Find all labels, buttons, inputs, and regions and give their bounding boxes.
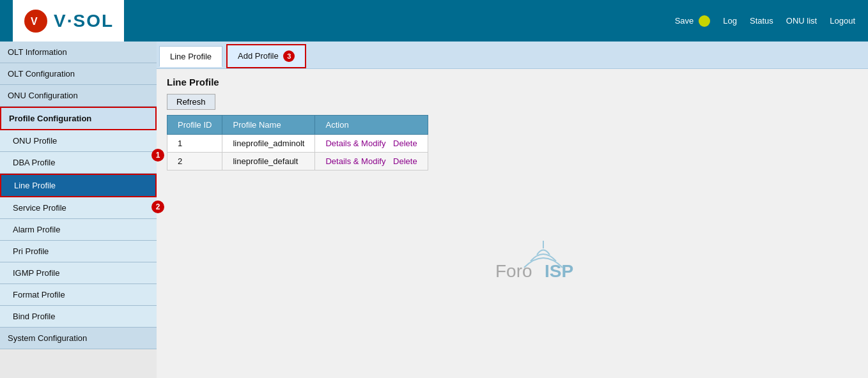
col-action: Action <box>315 116 428 135</box>
svg-text:V: V <box>31 16 38 27</box>
sidebar-item-olt-configuration[interactable]: OLT Configuration <box>0 63 157 85</box>
sidebar-item-pri-profile[interactable]: Pri Profile <box>0 241 157 262</box>
table-row: 2 lineprofile_default Details & Modify D… <box>167 153 428 170</box>
svg-text:Foro: Foro <box>495 261 532 281</box>
svg-text:ISP: ISP <box>545 261 573 281</box>
row1-details-link[interactable]: Details & Modify <box>325 139 385 148</box>
row2-action: Details & Modify Delete <box>315 153 428 170</box>
table-row: 1 lineprofile_adminolt Details & Modify … <box>167 135 428 153</box>
refresh-button[interactable]: Refresh <box>167 94 215 110</box>
main-layout: OLT Information OLT Configuration ONU Co… <box>0 42 868 378</box>
save-area: Save <box>675 15 711 27</box>
sidebar-item-onu-profile[interactable]: ONU Profile <box>0 130 157 152</box>
callout-badge-2: 2 <box>151 200 164 213</box>
sidebar-wrapper: OLT Information OLT Configuration ONU Co… <box>0 42 157 378</box>
col-profile-id: Profile ID <box>167 116 222 135</box>
row1-name: lineprofile_adminolt <box>222 135 315 153</box>
tab-badge-3: 3 <box>283 50 295 62</box>
header-right: Save Log Status ONU list Logout <box>675 15 855 27</box>
logout-link[interactable]: Logout <box>830 16 855 26</box>
save-label[interactable]: Save <box>675 16 694 26</box>
page-content: Line Profile Refresh Profile ID Profile … <box>157 69 868 378</box>
row2-name: lineprofile_default <box>222 153 315 170</box>
row1-action: Details & Modify Delete <box>315 135 428 153</box>
sidebar-item-system-configuration[interactable]: System Configuration <box>0 328 157 349</box>
sidebar-item-dba-profile[interactable]: DBA Profile <box>0 152 157 174</box>
row2-delete-link[interactable]: Delete <box>393 156 417 166</box>
status-indicator <box>699 15 710 27</box>
watermark: Foro ISP <box>492 236 594 289</box>
col-profile-name: Profile Name <box>222 116 315 135</box>
header: V V·SOL Save Log Status ONU list Logout <box>0 0 868 42</box>
tab-line-profile[interactable]: Line Profile <box>159 46 222 67</box>
sidebar-item-alarm-profile[interactable]: Alarm Profile <box>0 219 157 241</box>
sidebar-item-service-profile[interactable]: Service Profile <box>0 197 157 219</box>
page-title: Line Profile <box>167 77 858 87</box>
row2-details-link[interactable]: Details & Modify <box>325 156 385 166</box>
logo-area: V V·SOL <box>13 0 124 42</box>
profile-table: Profile ID Profile Name Action 1 linepro… <box>167 115 428 170</box>
callout-badge-1: 1 <box>151 149 164 162</box>
log-link[interactable]: Log <box>723 16 737 26</box>
logo-text: V·SOL <box>54 11 114 31</box>
sidebar: OLT Information OLT Configuration ONU Co… <box>0 42 157 349</box>
sidebar-item-igmp-profile[interactable]: IGMP Profile <box>0 262 157 284</box>
sidebar-item-profile-configuration[interactable]: Profile Configuration <box>0 107 157 130</box>
onu-list-link[interactable]: ONU list <box>786 16 817 26</box>
sidebar-item-line-profile[interactable]: Line Profile <box>0 174 157 197</box>
sidebar-item-format-profile[interactable]: Format Profile <box>0 284 157 306</box>
sidebar-item-onu-configuration[interactable]: ONU Configuration <box>0 85 157 107</box>
sidebar-item-bind-profile[interactable]: Bind Profile <box>0 306 157 328</box>
vsol-logo-icon: V <box>23 8 49 34</box>
sidebar-item-olt-information[interactable]: OLT Information <box>0 42 157 63</box>
tabs-bar: Line Profile Add Profile 3 <box>157 42 868 69</box>
row2-id: 2 <box>167 153 222 170</box>
tab-add-profile[interactable]: Add Profile 3 <box>226 44 306 68</box>
row1-id: 1 <box>167 135 222 153</box>
status-link[interactable]: Status <box>750 16 773 26</box>
content-area: Line Profile Add Profile 3 Line Profile … <box>157 42 868 378</box>
row1-delete-link[interactable]: Delete <box>393 139 417 148</box>
